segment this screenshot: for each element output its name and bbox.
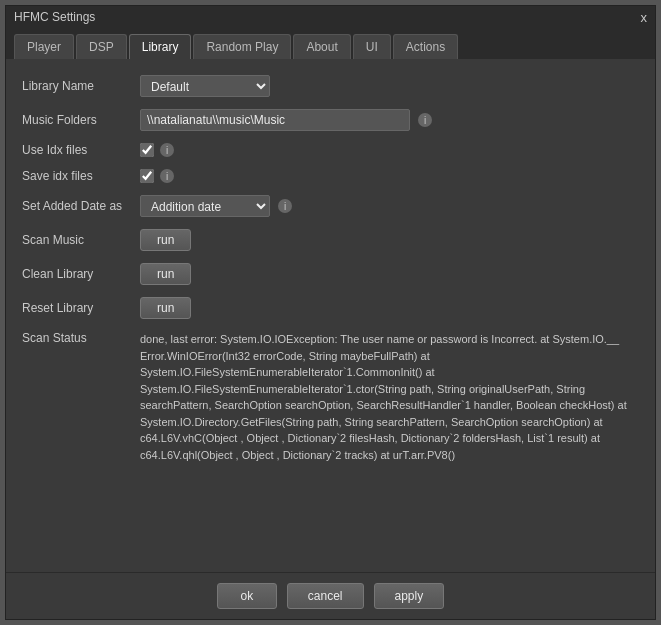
settings-window: HFMC Settings x Player DSP Library Rando… <box>5 5 656 620</box>
ok-button[interactable]: ok <box>217 583 277 609</box>
use-idx-label: Use Idx files <box>22 143 132 157</box>
music-folders-info-icon[interactable]: i <box>418 113 432 127</box>
reset-library-label: Reset Library <box>22 301 132 315</box>
reset-library-row: Reset Library run <box>22 297 639 319</box>
window-title: HFMC Settings <box>14 10 95 24</box>
library-name-label: Library Name <box>22 79 132 93</box>
save-idx-info-icon[interactable]: i <box>160 169 174 183</box>
music-folders-label: Music Folders <box>22 113 132 127</box>
save-idx-row: Save idx files i <box>22 169 639 183</box>
use-idx-info-icon[interactable]: i <box>160 143 174 157</box>
scan-status-label: Scan Status <box>22 331 132 345</box>
use-idx-checkbox-wrap: i <box>140 143 174 157</box>
close-button[interactable]: x <box>641 11 648 24</box>
tab-random-play[interactable]: Random Play <box>193 34 291 59</box>
tab-ui[interactable]: UI <box>353 34 391 59</box>
music-folders-input[interactable] <box>140 109 410 131</box>
clean-library-row: Clean Library run <box>22 263 639 285</box>
set-added-row: Set Added Date as Addition date i <box>22 195 639 217</box>
set-added-label: Set Added Date as <box>22 199 132 213</box>
clean-library-run-button[interactable]: run <box>140 263 191 285</box>
music-folders-row: Music Folders i <box>22 109 639 131</box>
use-idx-row: Use Idx files i <box>22 143 639 157</box>
scan-status-text: done, last error: System.IO.IOException:… <box>140 331 639 463</box>
library-name-row: Library Name Default <box>22 75 639 97</box>
scan-status-row: Scan Status done, last error: System.IO.… <box>22 331 639 463</box>
tab-actions[interactable]: Actions <box>393 34 458 59</box>
title-bar: HFMC Settings x <box>6 6 655 28</box>
scan-music-run-button[interactable]: run <box>140 229 191 251</box>
set-added-info-icon[interactable]: i <box>278 199 292 213</box>
library-content: Library Name Default Music Folders i Use… <box>6 59 655 572</box>
library-name-select[interactable]: Default <box>140 75 270 97</box>
tab-about[interactable]: About <box>293 34 350 59</box>
tab-library[interactable]: Library <box>129 34 192 59</box>
save-idx-checkbox-wrap: i <box>140 169 174 183</box>
save-idx-label: Save idx files <box>22 169 132 183</box>
save-idx-checkbox[interactable] <box>140 169 154 183</box>
footer: ok cancel apply <box>6 572 655 619</box>
tab-dsp[interactable]: DSP <box>76 34 127 59</box>
scan-music-label: Scan Music <box>22 233 132 247</box>
apply-button[interactable]: apply <box>374 583 445 609</box>
tab-player[interactable]: Player <box>14 34 74 59</box>
set-added-select[interactable]: Addition date <box>140 195 270 217</box>
use-idx-checkbox[interactable] <box>140 143 154 157</box>
clean-library-label: Clean Library <box>22 267 132 281</box>
cancel-button[interactable]: cancel <box>287 583 364 609</box>
reset-library-run-button[interactable]: run <box>140 297 191 319</box>
scan-music-row: Scan Music run <box>22 229 639 251</box>
tab-bar: Player DSP Library Random Play About UI … <box>6 28 655 59</box>
